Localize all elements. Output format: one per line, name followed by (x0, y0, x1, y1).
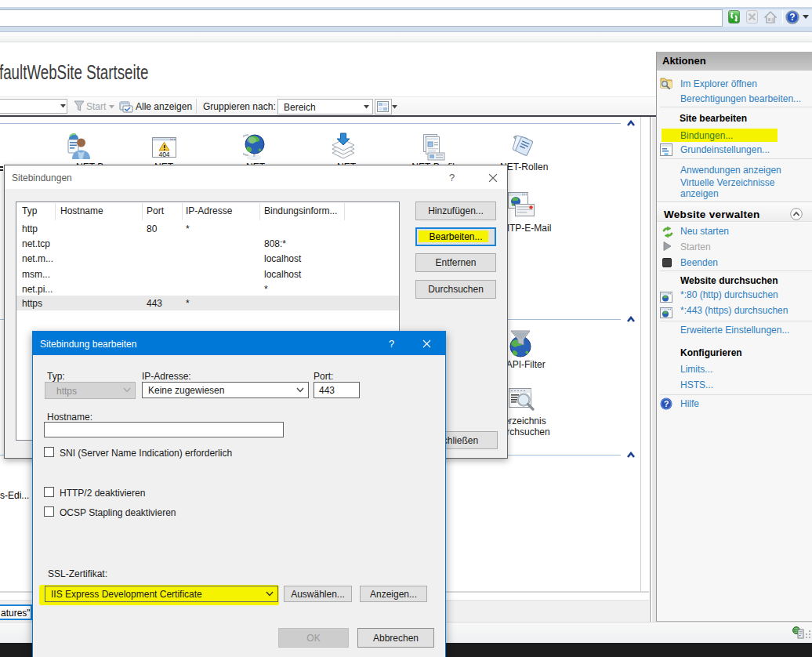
svg-text:?: ? (789, 12, 795, 23)
svg-text:404: 404 (158, 151, 169, 158)
svg-text:?: ? (664, 399, 669, 408)
